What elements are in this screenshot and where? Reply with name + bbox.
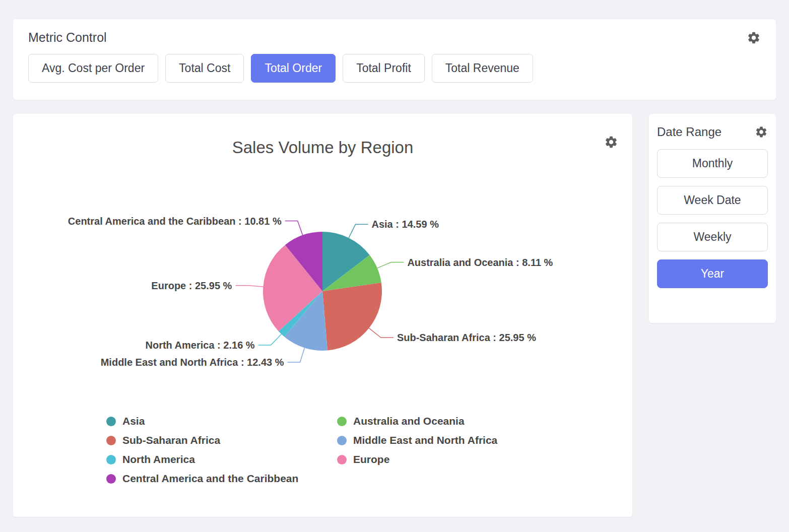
metric-buttons: Avg. Cost per OrderTotal CostTotal Order… — [28, 54, 761, 83]
date-range-button[interactable]: Year — [657, 259, 768, 288]
legend-label: North America — [122, 453, 195, 466]
legend-label: Europe — [353, 453, 389, 466]
metric-button[interactable]: Total Profit — [343, 54, 425, 83]
pie-label-line — [285, 221, 303, 235]
legend-item[interactable]: Europe — [337, 453, 497, 466]
sales-chart-card: Sales Volume by Region Asia : 14.59 %Aus… — [13, 114, 632, 517]
pie-label-line — [349, 224, 368, 238]
metric-control-header: Metric Control — [28, 30, 761, 45]
date-range-gear-icon[interactable] — [755, 125, 768, 139]
legend-dot — [106, 417, 116, 426]
legend-dot — [106, 436, 116, 445]
chart-settings-gear-icon[interactable] — [604, 135, 618, 149]
legend-item[interactable]: Asia — [106, 415, 337, 427]
metric-button[interactable]: Total Cost — [165, 54, 244, 83]
date-range-button[interactable]: Weekly — [657, 223, 768, 251]
date-range-header: Date Range — [657, 125, 768, 139]
legend-dot — [337, 417, 347, 426]
legend-dot — [106, 474, 116, 484]
legend-label: Asia — [122, 415, 145, 427]
legend-item[interactable]: North America — [106, 453, 337, 466]
legend-item[interactable]: Sub-Saharan Africa — [106, 434, 337, 446]
date-range-title: Date Range — [657, 125, 721, 139]
legend-dot — [106, 455, 116, 464]
legend-item[interactable]: Australia and Oceania — [337, 415, 497, 427]
legend-label: Sub-Saharan Africa — [122, 434, 220, 446]
pie-label-line — [369, 328, 393, 338]
pie-slice-label: Middle East and North Africa : 12.43 % — [101, 357, 284, 368]
metric-button[interactable]: Avg. Cost per Order — [28, 54, 158, 83]
legend-label: Central America and the Caribbean — [122, 473, 298, 485]
date-range-button[interactable]: Monthly — [657, 149, 768, 178]
metric-button[interactable]: Total Order — [251, 54, 336, 83]
legend-item[interactable]: Middle East and North Africa — [337, 434, 497, 446]
pie-label-line — [377, 262, 404, 269]
metric-control-card: Metric Control Avg. Cost per OrderTotal … — [13, 19, 776, 100]
date-range-card: Date Range MonthlyWeek DateWeeklyYear — [649, 114, 776, 323]
legend-dot — [337, 455, 347, 464]
legend-label: Middle East and North Africa — [353, 434, 497, 446]
metric-control-title: Metric Control — [28, 30, 107, 45]
pie-slice-label: Australia and Oceania : 8.11 % — [407, 257, 553, 268]
pie-slice-label: Europe : 25.95 % — [151, 280, 232, 291]
legend-dot — [337, 436, 347, 445]
chart-title: Sales Volume by Region — [13, 138, 632, 157]
pie-label-line — [288, 348, 305, 363]
metric-button[interactable]: Total Revenue — [432, 54, 533, 83]
legend-label: Australia and Oceania — [353, 415, 465, 427]
chart-legend: AsiaAustralia and OceaniaSub-Saharan Afr… — [106, 415, 497, 485]
pie-slice-label: Sub-Saharan Africa : 25.95 % — [397, 332, 536, 343]
settings-gear-icon[interactable] — [747, 31, 761, 45]
pie-chart-svg: Asia : 14.59 %Australia and Oceania : 8.… — [13, 194, 632, 411]
pie-slice-label: Central America and the Caribbean : 10.8… — [68, 216, 282, 227]
pie-slice-label: Asia : 14.59 % — [372, 219, 439, 230]
pie-slice-label: North America : 2.16 % — [145, 340, 254, 351]
date-range-buttons: MonthlyWeek DateWeeklyYear — [657, 149, 768, 288]
legend-item[interactable]: Central America and the Caribbean — [106, 473, 337, 485]
date-range-button[interactable]: Week Date — [657, 186, 768, 215]
pie-label-line — [235, 286, 263, 287]
pie-label-line — [258, 334, 282, 345]
pie-slice[interactable] — [322, 283, 382, 351]
